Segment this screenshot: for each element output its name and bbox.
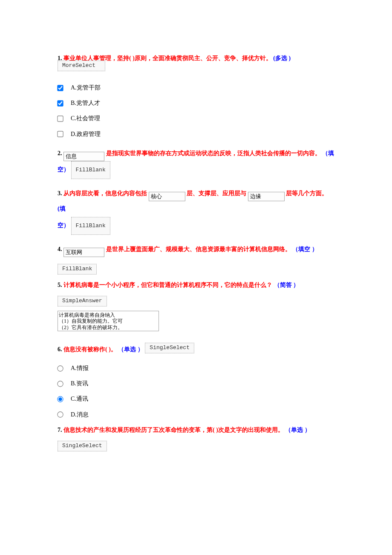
q2-type-prefix: （填 bbox=[322, 150, 334, 156]
q4-type-value-row: FillBlank bbox=[58, 264, 334, 275]
q7-type-value-row: SingleSelect bbox=[58, 441, 334, 451]
q4-fill-input-1[interactable] bbox=[63, 248, 104, 257]
q1-option-a-label: A.党管干部 bbox=[71, 84, 101, 92]
q2-type-suffix: 空） bbox=[58, 166, 69, 173]
q7-text: 信息技术的产生和发展历程经历了五次革命性的变革，第( )次是文字的出现和使用。 bbox=[63, 427, 284, 433]
question-1: 1. 事业单位人事管理，坚持( )原则，全面准确贯彻民主、公开、竞争、择优方针。… bbox=[58, 55, 334, 73]
q1-type-value-box: MoreSelect bbox=[58, 61, 105, 71]
q6-type-value-box: SingleSelect bbox=[145, 343, 194, 353]
q4-type: （填空 ） bbox=[292, 246, 318, 252]
q7-type-value-box: SingleSelect bbox=[58, 441, 107, 451]
q5-type-value-box: SimpleAnswer bbox=[58, 296, 107, 306]
q6-option-b-radio[interactable] bbox=[57, 381, 63, 387]
question-6: 6. 信息没有被称作( )。 （单选 ） SingleSelect bbox=[58, 343, 334, 353]
q6-option-a-label: A.情报 bbox=[71, 364, 89, 372]
q6-option-d-radio[interactable] bbox=[57, 412, 63, 418]
q3-text1: 从内容层次看，信息化内容包括 bbox=[63, 190, 147, 197]
q6-option-a-radio[interactable] bbox=[57, 365, 63, 371]
q1-option-c-row: C.社会管理 bbox=[58, 115, 334, 122]
q3-num: 3. bbox=[58, 190, 62, 197]
q5-answer-textarea[interactable] bbox=[58, 311, 159, 331]
q3-type-suffix: 空） bbox=[58, 222, 69, 228]
q6-type: （单选 ） bbox=[118, 346, 144, 353]
question-5: 5. 计算机病毒是一个小小程序，但它和普通的计算机程序不同，它的特点是什么？ （… bbox=[58, 281, 334, 289]
q3-text3: 层等几个方面。 bbox=[286, 190, 328, 197]
question-3: 3. 从内容层次看，信息化内容包括 层、支撑层、应用层与 层等几个方面。 (填 … bbox=[58, 186, 334, 235]
q2-fill-input-1[interactable] bbox=[63, 152, 104, 161]
q6-option-c-radio[interactable] bbox=[57, 396, 63, 402]
q2-num: 2. bbox=[58, 150, 62, 156]
q3-type-value-box: FillBlank bbox=[71, 217, 110, 235]
q2-text-after: 是指现实世界事物的存在方式或运动状态的反映，泛指人类社会传播的一切内容。 bbox=[106, 150, 321, 156]
q6-text: 信息没有被称作( )。 bbox=[63, 346, 117, 353]
q6-num: 6. bbox=[58, 346, 62, 353]
q1-option-c-label: C.社会管理 bbox=[71, 115, 100, 122]
question-4: 4. 是世界上覆盖面最广、规模最大、信息资源最丰富的计算机信息网络。 （填空 ） bbox=[58, 242, 334, 257]
question-7: 7. 信息技术的产生和发展历程经历了五次革命性的变革，第( )次是文字的出现和使… bbox=[58, 426, 334, 434]
q4-type-value-box: FillBlank bbox=[58, 264, 97, 275]
q1-option-b-checkbox[interactable] bbox=[57, 100, 63, 106]
q1-option-a-checkbox[interactable] bbox=[57, 85, 63, 91]
q6-option-b-row: B.资讯 bbox=[58, 380, 334, 387]
q3-fill-input-1[interactable] bbox=[149, 192, 185, 201]
q5-type: （简答 ） bbox=[274, 282, 300, 288]
q7-num: 7. bbox=[58, 427, 62, 433]
q1-type-label: (多选 ) bbox=[273, 55, 291, 61]
q4-num: 4. bbox=[58, 246, 62, 252]
q5-num: 5. bbox=[58, 282, 62, 288]
q3-fill-input-2[interactable] bbox=[248, 192, 285, 201]
q1-option-d-checkbox[interactable] bbox=[57, 131, 63, 137]
q6-option-d-label: D.消息 bbox=[71, 411, 89, 419]
q4-text-after: 是世界上覆盖面最广、规模最大、信息资源最丰富的计算机信息网络。 bbox=[106, 246, 291, 252]
q5-answer-wrapper bbox=[58, 311, 334, 333]
q1-option-d-label: D.政府管理 bbox=[71, 130, 101, 138]
q1-option-b-label: B.党管人才 bbox=[71, 99, 100, 107]
q6-option-d-row: D.消息 bbox=[58, 411, 334, 419]
q3-text2: 层、支撑层、应用层与 bbox=[187, 190, 246, 197]
question-2: 2. 是指现实世界事物的存在方式或运动状态的反映，泛指人类社会传播的一切内容。 … bbox=[58, 146, 334, 179]
q1-option-a-row: A.党管干部 bbox=[58, 84, 334, 92]
q6-option-c-label: C.通讯 bbox=[71, 395, 88, 403]
q3-type-prefix: (填 bbox=[58, 205, 66, 212]
q7-type: （单选 ） bbox=[285, 427, 311, 433]
q1-option-c-checkbox[interactable] bbox=[57, 116, 63, 121]
q6-option-a-row: A.情报 bbox=[58, 364, 334, 372]
q6-option-b-label: B.资讯 bbox=[71, 380, 88, 387]
q2-type-value-box: FillBlank bbox=[71, 161, 110, 179]
q6-option-c-row: C.通讯 bbox=[58, 395, 334, 403]
q5-type-value-row: SimpleAnswer bbox=[58, 296, 334, 306]
q1-option-d-row: D.政府管理 bbox=[58, 130, 334, 138]
q1-option-b-row: B.党管人才 bbox=[58, 99, 334, 107]
q5-text: 计算机病毒是一个小小程序，但它和普通的计算机程序不同，它的特点是什么？ bbox=[63, 282, 272, 288]
